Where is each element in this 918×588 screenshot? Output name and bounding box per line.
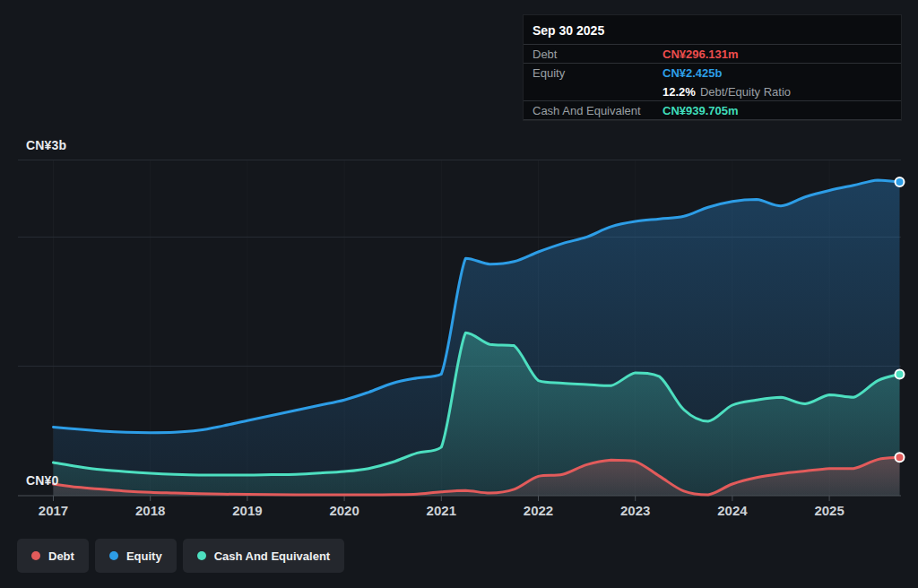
legend-debt-label: Debt xyxy=(48,549,74,563)
y-axis-max-label: CN¥3b xyxy=(26,138,66,152)
x-tick-label-2022: 2022 xyxy=(507,503,570,518)
equity-dot-icon xyxy=(109,551,118,560)
cash-end-marker[interactable] xyxy=(896,369,905,378)
x-tick-label-2024: 2024 xyxy=(701,503,764,518)
tooltip-debt-value: CN¥296.131m xyxy=(663,48,739,61)
tooltip-debt-row: Debt CN¥296.131m xyxy=(524,45,901,64)
tooltip-ratio-value: 12.2% xyxy=(663,85,696,99)
legend: Debt Equity Cash And Equivalent xyxy=(17,539,344,573)
legend-item-debt[interactable]: Debt xyxy=(17,539,89,573)
x-tick-label-2020: 2020 xyxy=(313,503,376,518)
debt-dot-icon xyxy=(31,551,40,560)
legend-item-equity[interactable]: Equity xyxy=(95,539,177,573)
legend-item-cash[interactable]: Cash And Equivalent xyxy=(183,539,345,573)
x-tick-label-2017: 2017 xyxy=(22,503,85,518)
legend-cash-label: Cash And Equivalent xyxy=(214,549,331,563)
tooltip-debt-label: Debt xyxy=(533,48,663,61)
y-axis-zero-label: CN¥0 xyxy=(26,473,59,488)
cash-dot-icon xyxy=(197,551,206,560)
x-tick-label-2018: 2018 xyxy=(119,503,182,518)
x-tick-label-2019: 2019 xyxy=(216,503,279,518)
tooltip-cash-row: Cash And Equivalent CN¥939.705m xyxy=(524,101,901,120)
chart-page: CN¥3b CN¥0 2017 2018 2019 2020 2021 2022… xyxy=(0,0,918,588)
legend-equity-label: Equity xyxy=(126,549,162,563)
tooltip-equity-label: Equity xyxy=(533,66,663,80)
tooltip-date: Sep 30 2025 xyxy=(524,15,901,45)
x-tick-label-2025: 2025 xyxy=(798,503,861,518)
tooltip: Sep 30 2025 Debt CN¥296.131m Equity CN¥2… xyxy=(523,14,902,121)
tooltip-cash-value: CN¥939.705m xyxy=(663,104,739,117)
tooltip-cash-label: Cash And Equivalent xyxy=(533,104,663,117)
equity-end-marker[interactable] xyxy=(896,177,905,186)
debt-end-marker[interactable] xyxy=(896,453,905,462)
x-tick-label-2023: 2023 xyxy=(604,503,667,518)
tooltip-equity-row: Equity CN¥2.425b xyxy=(524,64,901,82)
tooltip-ratio-row: 12.2%Debt/Equity Ratio xyxy=(524,82,901,101)
x-tick-label-2021: 2021 xyxy=(410,503,472,518)
tooltip-ratio-label: Debt/Equity Ratio xyxy=(700,85,791,99)
tooltip-equity-value: CN¥2.425b xyxy=(663,66,722,80)
